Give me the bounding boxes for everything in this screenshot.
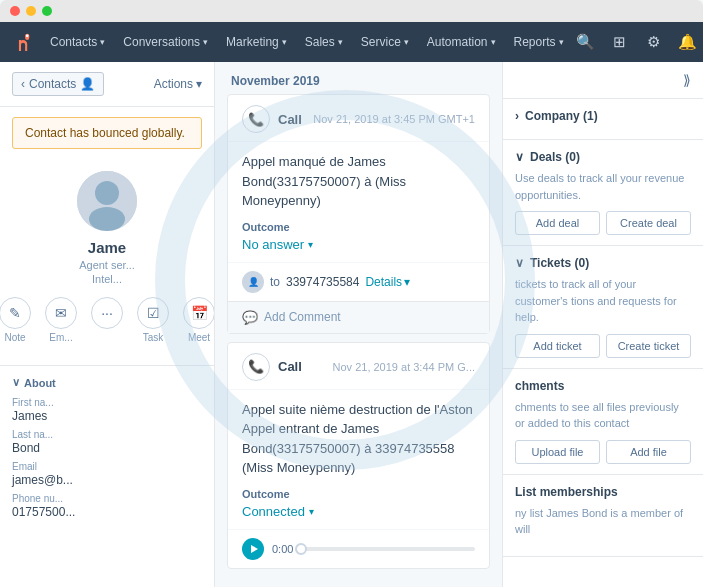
add-ticket-button[interactable]: Add ticket [515,334,600,358]
outcome-value-1[interactable]: No answer ▾ [242,237,475,252]
deals-chevron: ∨ [515,150,524,164]
task-icon: ☑ [137,297,169,329]
feed-month-header: November 2019 [215,62,502,94]
audio-knob[interactable] [295,543,307,555]
attachments-section-title[interactable]: chments [515,379,691,393]
details-chevron: ▾ [404,275,410,289]
contact-name: Jame [88,239,126,256]
company-chevron: › [515,109,519,123]
audio-player: 0:00 [228,529,489,568]
feed-card-2: 📞 Call Nov 21, 2019 at 3:44 PM G... Appe… [227,342,490,569]
company-section-title[interactable]: › Company (1) [515,109,691,123]
add-deal-button[interactable]: Add deal [515,211,600,235]
nav-automation[interactable]: Automation ▾ [419,31,504,53]
reports-chevron: ▾ [559,37,564,47]
expand-button[interactable]: ⟫ [683,72,691,88]
email-field: Email james@b... [12,461,202,487]
call-label-1: Call [278,112,302,127]
main-layout: ‹ Contacts 👤 Actions ▾ Contact has bounc… [0,62,703,587]
settings-icon[interactable]: ⚙ [640,28,668,56]
back-arrow-icon: ‹ [21,77,25,91]
attachments-buttons: Upload file Add file [515,440,691,464]
conversations-chevron: ▾ [203,37,208,47]
outcome-value-2[interactable]: Connected ▾ [242,504,475,519]
search-icon[interactable]: 🔍 [572,28,600,56]
window-chrome [0,0,703,22]
feed-card-2-body: Appel suite nième destruction de l'Aston… [228,390,489,529]
task-action-button[interactable]: ☑ Task [137,297,169,343]
automation-chevron: ▾ [491,37,496,47]
about-section-title[interactable]: ∨ About [12,376,202,389]
hubspot-logo[interactable] [10,28,32,56]
note-icon: ✎ [0,297,31,329]
top-nav: Contacts ▾ Conversations ▾ Marketing ▾ S… [0,22,703,62]
list-memberships-section: List memberships ny list James Bond is a… [503,475,703,557]
add-comment-button[interactable]: Add Comment [264,310,341,324]
center-feed: November 2019 📞 Call Nov 21, 2019 at 3:4… [215,62,503,587]
timestamp-1: Nov 21, 2019 at 3:45 PM GMT+1 [313,113,475,125]
call-label-2: Call [278,359,302,374]
email-icon: ✉ [45,297,77,329]
create-deal-button[interactable]: Create deal [606,211,691,235]
svg-point-2 [95,181,119,205]
collapse-icon: ∨ [12,376,20,389]
create-ticket-button[interactable]: Create ticket [606,334,691,358]
add-file-button[interactable]: Add file [606,440,691,464]
upload-file-button[interactable]: Upload file [515,440,600,464]
contact-avatar [77,171,137,231]
tickets-section: ∨ Tickets (0) tickets to track all of yo… [503,246,703,369]
actions-chevron: ▾ [196,77,202,91]
note-action-button[interactable]: ✎ Note [0,297,31,343]
sales-chevron: ▾ [338,37,343,47]
nav-actions: 🔍 ⊞ ⚙ 🔔 Pricing & Features JB ▾ [572,28,703,56]
audio-progress-bar[interactable] [301,547,475,551]
tickets-buttons: Add ticket Create ticket [515,334,691,358]
left-sidebar: ‹ Contacts 👤 Actions ▾ Contact has bounc… [0,62,215,587]
list-section-body: ny list James Bond is a member of will [515,505,691,538]
play-button[interactable] [242,538,264,560]
company-section: › Company (1) [503,99,703,140]
back-contacts-button[interactable]: ‹ Contacts 👤 [12,72,104,96]
attachments-section: chments chments to see all files previou… [503,369,703,475]
card-1-description: Appel manqué de James Bond(33175750007) … [242,152,475,211]
call-icon-1: 📞 [242,105,270,133]
svg-point-0 [26,34,29,37]
list-section-title[interactable]: List memberships [515,485,691,499]
deals-section-title[interactable]: ∨ Deals (0) [515,150,691,164]
notifications-icon[interactable]: 🔔 [674,28,702,56]
grid-icon[interactable]: ⊞ [606,28,634,56]
nav-conversations[interactable]: Conversations ▾ [115,31,216,53]
nav-reports[interactable]: Reports ▾ [506,31,572,53]
actions-button[interactable]: Actions ▾ [154,77,202,91]
outcome-label-2: Outcome [242,488,475,500]
nav-marketing[interactable]: Marketing ▾ [218,31,295,53]
right-panel: ⟫ › Company (1) ∨ Deals (0) Use deals to… [503,62,703,587]
feed-card-1-footer: 👤 to 33974735584 Details ▾ [228,262,489,301]
tickets-section-body: tickets to track all of your customer's … [515,276,691,326]
svg-point-3 [89,207,125,231]
deals-buttons: Add deal Create deal [515,211,691,235]
minimize-dot[interactable] [26,6,36,16]
meet-icon: 📅 [183,297,215,329]
marketing-chevron: ▾ [282,37,287,47]
nav-service[interactable]: Service ▾ [353,31,417,53]
right-panel-header: ⟫ [503,62,703,99]
first-name-field: First na... James [12,397,202,423]
tickets-section-title[interactable]: ∨ Tickets (0) [515,256,691,270]
footer-to-label: to [270,275,280,289]
service-chevron: ▾ [404,37,409,47]
add-comment-row: 💬 Add Comment [228,301,489,333]
outcome-label-1: Outcome [242,221,475,233]
meet-action-button[interactable]: 📅 Meet [183,297,215,343]
more-icon: ··· [91,297,123,329]
email-action-button[interactable]: ✉ Em... [45,297,77,343]
contact-icon: 👤 [80,77,95,91]
nav-contacts[interactable]: Contacts ▾ [42,31,113,53]
nav-sales[interactable]: Sales ▾ [297,31,351,53]
details-link-1[interactable]: Details ▾ [365,275,410,289]
more-action-button[interactable]: ··· [91,297,123,343]
close-dot[interactable] [10,6,20,16]
maximize-dot[interactable] [42,6,52,16]
deals-section-body: Use deals to track all your revenue oppo… [515,170,691,203]
feed-card-1-header-left: 📞 Call [242,105,302,133]
